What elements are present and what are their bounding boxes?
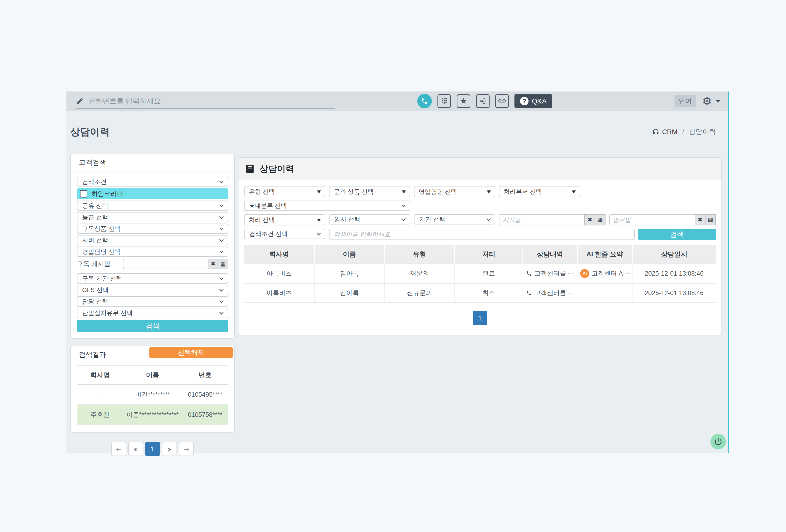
select-label: 일시 선택	[334, 215, 360, 223]
select-search-condition[interactable]: 검색조건	[77, 177, 228, 187]
calendar-button[interactable]: ▦	[218, 259, 228, 269]
cell-company: 아톡비즈	[244, 264, 315, 283]
detail-link[interactable]: 고객센터를 ⋯	[526, 269, 574, 278]
subscription-start-input[interactable]	[123, 259, 208, 269]
company-highlight-row[interactable]: 하임코리아	[77, 188, 228, 199]
sign-in-button[interactable]	[476, 94, 490, 108]
triangle-down-icon	[487, 191, 491, 193]
company-checkbox-label: 하임코리아	[92, 190, 123, 198]
title-row: 상담이력 CRM / 상담이력	[66, 111, 728, 138]
ai-summary-text: 고객센터 A⋯	[592, 269, 629, 278]
customer-search-body: 검색조건 하임코리아 공유 선택 등급 선택 구독상품 선택 서버 선택 영업담…	[71, 171, 234, 338]
topbar-icon-buttons: ★ ? Q&A	[417, 94, 552, 108]
history-row: 아톡비즈 김아톡 신규문의 취소 고객센터를 ⋯	[244, 283, 716, 303]
breadcrumb-section[interactable]: CRM	[662, 128, 677, 136]
page-title: 상담이력	[70, 125, 110, 138]
select-subscription-product[interactable]: 구독상품 선택	[77, 223, 228, 234]
results-header-row: 회사명 이름 번호	[77, 366, 228, 384]
cell-detail[interactable]: 고객센터를 ⋯	[523, 283, 577, 303]
deselect-button[interactable]: 선택해제	[149, 347, 233, 358]
start-date-input[interactable]	[499, 214, 585, 225]
select-share[interactable]: 공유 선택	[77, 200, 228, 211]
voicemail-button[interactable]	[495, 94, 509, 108]
select-grade[interactable]: 등급 선택	[77, 212, 228, 222]
cell-datetime: 2025-12-01 13:08:46	[632, 264, 716, 283]
page-next-button[interactable]: »	[162, 442, 177, 456]
col-datetime: 상담일시	[632, 245, 716, 264]
filters-area: 유형 선택 문의 상품 선택 영업담당 선택 처리부서 선택 ★대분류 선택 처…	[238, 180, 721, 335]
clear-date-button[interactable]: ✖	[695, 214, 706, 225]
select-main-category[interactable]: ★대분류 선택	[244, 200, 410, 211]
select-label: 구독상품 선택	[82, 225, 120, 233]
dropdown-type[interactable]: 유형 선택	[244, 186, 325, 197]
dropdown-sales-rep[interactable]: 영업담당 선택	[414, 186, 495, 197]
triangle-down-icon	[317, 219, 321, 221]
favorites-button[interactable]: ★	[457, 94, 470, 108]
app-frame: ★ ? Q&A 언어 ⚙ 상담이력 CRM /	[66, 92, 729, 453]
result-row[interactable]: - 비건********* 0105495****	[77, 384, 228, 405]
language-button[interactable]: 언어	[674, 95, 696, 107]
search-results-title: 검색결과	[79, 347, 106, 359]
select-keyword-condition[interactable]: 검색조건 선택	[244, 229, 325, 239]
cell-ai-summary[interactable]: AI 고객센터 A⋯	[577, 264, 632, 283]
col-ai-summary: AI 한줄 요약	[577, 245, 632, 264]
cell-name: 비건*********	[122, 384, 183, 405]
customer-search-button[interactable]: 검색	[77, 320, 228, 332]
select-period[interactable]: 기간 선택	[414, 214, 495, 224]
chevron-down-icon	[219, 298, 224, 303]
power-button[interactable]	[711, 434, 726, 450]
select-label: 서버 선택	[82, 236, 108, 244]
page-number-button[interactable]: 1	[145, 442, 160, 456]
select-sales-rep[interactable]: 영업담당 선택	[77, 246, 228, 257]
ai-summary-link[interactable]: AI 고객센터 A⋯	[580, 269, 629, 278]
detail-link[interactable]: 고객센터를 ⋯	[526, 289, 574, 297]
calendar-button[interactable]: ▦	[705, 214, 716, 225]
result-row-selected[interactable]: 주효진 이종**************** 0105758****	[77, 405, 228, 425]
triangle-down-icon	[402, 191, 406, 193]
dropdown-inquiry-product[interactable]: 문의 상품 선택	[329, 186, 410, 197]
phone-number-input[interactable]	[89, 97, 335, 105]
dropdown-label: 처리부서 선택	[504, 188, 542, 196]
keypad-button[interactable]	[438, 94, 451, 108]
clear-date-button[interactable]: ✖	[208, 259, 218, 269]
cell-company: 아톡비즈	[244, 283, 315, 303]
history-search-button[interactable]: 검색	[639, 229, 716, 240]
keyword-input[interactable]	[329, 229, 634, 240]
detail-text: 고객센터를 ⋯	[534, 269, 574, 278]
select-terminal-installed[interactable]: 단말설치유무 선택	[77, 308, 228, 318]
main-column: 상담이력 유형 선택 문의 상품 선택 영업담당 선택 처리부서 선택 ★대분류…	[238, 158, 722, 335]
chevron-down-icon	[219, 179, 224, 183]
subscription-start-group: ✖ ▦	[123, 259, 228, 269]
company-checkbox[interactable]	[80, 190, 87, 197]
page-prev-button[interactable]: «	[128, 442, 143, 456]
cell-detail[interactable]: 고객센터를 ⋯	[523, 264, 577, 283]
page-first-button[interactable]: ←	[111, 442, 126, 456]
end-date-input[interactable]	[609, 214, 695, 225]
pencil-icon	[76, 97, 84, 105]
page-number-button[interactable]: 1	[473, 311, 487, 325]
breadcrumb-separator: /	[682, 128, 684, 136]
phone-entry-field[interactable]	[76, 94, 335, 108]
page-last-button[interactable]: →	[179, 442, 194, 456]
select-server[interactable]: 서버 선택	[77, 235, 228, 245]
triangle-down-icon	[317, 191, 321, 193]
select-label: 기간 선택	[419, 215, 445, 223]
cell-status: 완료	[455, 264, 523, 283]
settings-menu[interactable]: ⚙	[702, 96, 721, 106]
qa-button[interactable]: ? Q&A	[514, 94, 552, 108]
call-button[interactable]	[417, 94, 432, 108]
select-datetime[interactable]: 일시 선택	[329, 214, 410, 224]
select-manager[interactable]: 담당 선택	[77, 296, 228, 307]
select-label: 등급 선택	[82, 213, 108, 221]
results-col-name: 이름	[122, 366, 183, 384]
cell-type: 신규문의	[385, 283, 455, 303]
cell-name: 이종****************	[122, 405, 183, 425]
chevron-down-icon	[219, 203, 224, 207]
clear-date-button[interactable]: ✖	[584, 214, 595, 225]
dropdown-department[interactable]: 처리부서 선택	[499, 186, 580, 197]
select-subscription-period[interactable]: 구독 기간 선택	[77, 273, 228, 284]
calendar-button[interactable]: ▦	[595, 214, 605, 225]
phone-icon	[421, 97, 428, 105]
dropdown-status[interactable]: 처리 선택	[244, 214, 325, 225]
select-gfs[interactable]: GFS 선택	[77, 285, 228, 295]
